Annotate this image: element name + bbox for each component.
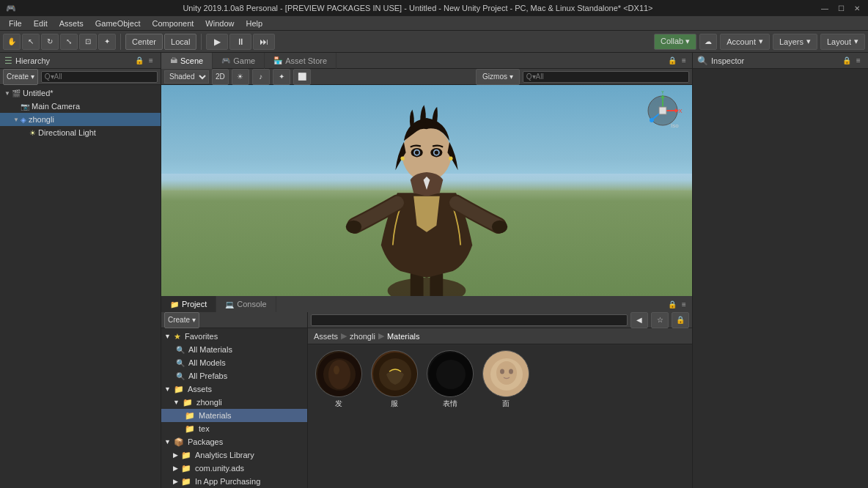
tex-folder-item[interactable]: 📁 tex <box>161 422 307 435</box>
collab-button[interactable]: Collab ▾ <box>654 34 696 50</box>
audio-toggle[interactable]: ♪ <box>252 69 270 85</box>
scene-viewport[interactable]: Y X Iso <box>161 85 692 296</box>
scene-icon: 🎬 <box>12 89 21 97</box>
scene-search-input[interactable] <box>523 71 689 83</box>
project-prev-btn[interactable]: ◀ <box>630 312 648 328</box>
breadcrumb-assets[interactable]: Assets <box>314 332 338 341</box>
hierarchy-menu-btn[interactable]: ≡ <box>146 56 156 66</box>
tex-label: tex <box>199 424 210 433</box>
cloud-button[interactable]: ☁ <box>699 34 717 50</box>
material-hair[interactable]: 发 <box>314 350 364 482</box>
rotate-tool[interactable]: ↻ <box>41 34 59 50</box>
tab-asset-store[interactable]: 🏪 Asset Store <box>265 53 336 69</box>
tab-console[interactable]: 💻 Console <box>216 296 276 312</box>
scale-tool[interactable]: ⤡ <box>60 34 78 50</box>
scene-menu-btn[interactable]: ≡ <box>679 56 689 66</box>
svg-point-29 <box>334 366 339 374</box>
project-create-button[interactable]: Create ▾ <box>164 312 199 328</box>
material-face-expr[interactable]: 表情 <box>425 350 475 482</box>
menu-help[interactable]: Help <box>240 18 268 29</box>
pause-button[interactable]: ⏸ <box>229 34 251 50</box>
all-models-icon: 🔍 <box>176 359 185 367</box>
play-button[interactable]: ▶ <box>206 34 228 50</box>
transform-tool[interactable]: ✦ <box>98 34 116 50</box>
2d-toggle[interactable]: 2D <box>212 69 229 85</box>
material-face[interactable]: 面 <box>481 350 531 482</box>
favorites-header[interactable]: ▼ ★ Favorites <box>161 330 307 343</box>
project-lock-icon[interactable]: 🔒 <box>672 312 689 328</box>
packages-header[interactable]: ▼ 📦 Packages <box>161 435 307 448</box>
layout-button[interactable]: Layout ▾ <box>820 34 865 50</box>
scene-toolbar: Shaded 2D ☀ ♪ ✦ ⬜ Gizmos ▾ <box>161 69 692 85</box>
hierarchy-create-button[interactable]: Create ▾ <box>3 69 38 85</box>
all-materials-item[interactable]: 🔍 All Materials <box>161 343 307 356</box>
center-button[interactable]: Center <box>125 34 163 50</box>
svg-point-11 <box>415 151 419 155</box>
project-icon: 📁 <box>170 300 179 308</box>
inspector-menu-btn[interactable]: ≡ <box>853 56 864 66</box>
inspector-lock-btn[interactable]: 🔒 <box>842 56 852 66</box>
breadcrumb-zhongli[interactable]: zhongli <box>350 332 375 341</box>
project-create-label: Create ▾ <box>168 316 196 324</box>
all-prefabs-item[interactable]: 🔍 All Prefabs <box>161 369 307 382</box>
gizmos-button[interactable]: Gizmos ▾ <box>476 69 520 85</box>
menu-assets[interactable]: Assets <box>54 18 89 29</box>
project-content-toolbar: ◀ ☆ 🔒 <box>308 312 692 328</box>
folder-tree-content: ▼ ★ Favorites 🔍 All Materials 🔍 All Mode… <box>161 328 307 488</box>
tree-item-directional-light[interactable]: ☀ Directional Light <box>0 126 161 139</box>
menu-window[interactable]: Window <box>199 18 240 29</box>
hand-tool[interactable]: ✋ <box>3 34 21 50</box>
center-label: Center <box>132 37 156 46</box>
all-materials-label: All Materials <box>188 345 232 354</box>
tree-item-zhongli[interactable]: ▼ ◈ zhongli <box>0 113 161 126</box>
zhongli-folder-icon: 📁 <box>183 398 193 407</box>
zhongli-arrow: ▼ <box>173 399 180 406</box>
expand-arrow-zhongli: ▼ <box>12 115 21 124</box>
project-lock-btn[interactable]: 🔒 <box>667 299 677 309</box>
effects-toggle[interactable]: ✦ <box>273 69 290 85</box>
rect-tool[interactable]: ⊡ <box>79 34 97 50</box>
project-search-input[interactable] <box>311 314 628 326</box>
project-star-btn[interactable]: ☆ <box>651 312 669 328</box>
analytics-library-item[interactable]: ▶ 📁 Analytics Library <box>161 448 307 462</box>
tree-item-main-camera[interactable]: 📷 Main Camera <box>0 100 161 113</box>
hierarchy-lock-btn[interactable]: 🔒 <box>134 56 144 66</box>
lighting-toggle[interactable]: ☀ <box>232 69 249 85</box>
move-tool[interactable]: ↖ <box>22 34 40 50</box>
tab-project[interactable]: 📁 Project <box>161 296 216 312</box>
menu-gameobject[interactable]: GameObject <box>89 18 147 29</box>
close-button[interactable]: ✕ <box>852 3 862 13</box>
layers-button[interactable]: Layers ▾ <box>773 34 817 50</box>
tab-game[interactable]: 🎮 Game <box>213 53 265 69</box>
local-button[interactable]: Local <box>164 34 196 50</box>
local-label: Local <box>171 37 190 46</box>
project-menu-btn[interactable]: ≡ <box>679 299 689 309</box>
tree-item-untitled[interactable]: ▼ 🎬 Untitled* <box>0 86 161 100</box>
assets-header[interactable]: ▼ 📁 Assets <box>161 382 307 396</box>
analytics-arrow: ▶ <box>173 451 178 459</box>
com-unity-ads-item[interactable]: ▶ 📁 com.unity.ads <box>161 462 307 475</box>
materials-folder-item[interactable]: 📁 Materials <box>161 409 307 422</box>
breadcrumb-materials[interactable]: Materials <box>387 332 420 341</box>
hierarchy-tree: ▼ 🎬 Untitled* 📷 Main Camera ▼ ◈ zhongli <box>0 85 161 141</box>
skybox-toggle[interactable]: ⬜ <box>293 69 311 85</box>
account-dropdown-icon: ▾ <box>759 37 763 46</box>
tab-scene[interactable]: 🏔 Scene <box>161 53 213 69</box>
shading-mode-select[interactable]: Shaded <box>164 70 209 84</box>
material-hair-label: 发 <box>335 399 342 409</box>
minimize-button[interactable]: — <box>820 3 830 13</box>
account-button[interactable]: Account ▾ <box>720 34 770 50</box>
step-button[interactable]: ⏭ <box>253 34 275 50</box>
svg-point-0 <box>388 278 466 296</box>
zhongli-folder-item[interactable]: ▼ 📁 zhongli <box>161 396 307 409</box>
menu-file[interactable]: File <box>3 18 28 29</box>
scene-lock-btn[interactable]: 🔒 <box>667 56 677 66</box>
tree-label-directional-light: Directional Light <box>38 128 96 137</box>
in-app-purchasing-item[interactable]: ▶ 📁 In App Purchasing <box>161 475 307 488</box>
all-models-item[interactable]: 🔍 All Models <box>161 356 307 369</box>
material-clothes[interactable]: 服 <box>369 350 419 482</box>
menu-edit[interactable]: Edit <box>28 18 54 29</box>
maximize-button[interactable]: ☐ <box>836 3 846 13</box>
menu-component[interactable]: Component <box>146 18 199 29</box>
hierarchy-search-input[interactable] <box>41 71 158 83</box>
